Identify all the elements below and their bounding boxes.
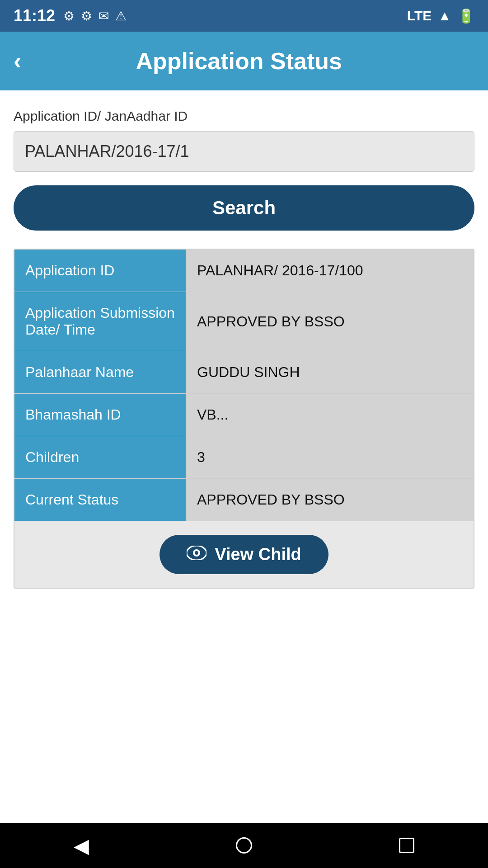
lte-label: LTE bbox=[407, 8, 432, 24]
row-label-current-status: Current Status bbox=[14, 479, 186, 521]
app-header: ‹ Application Status bbox=[0, 32, 488, 90]
recent-nav-button[interactable] bbox=[399, 838, 414, 853]
status-time: 11:12 bbox=[14, 6, 55, 25]
search-button[interactable]: Search bbox=[14, 185, 474, 231]
search-input[interactable] bbox=[14, 131, 474, 172]
back-button[interactable]: ‹ bbox=[14, 47, 21, 75]
status-icons: ⚙ ⚙ ✉ ⚠ bbox=[63, 9, 127, 24]
view-child-row: View Child bbox=[14, 521, 474, 588]
bottom-nav: ◀ bbox=[0, 823, 488, 868]
table-row: Bhamashah ID VB... bbox=[14, 394, 474, 436]
warning-icon: ⚠ bbox=[115, 9, 127, 24]
row-value-application-id: PALANHAR/ 2016-17/100 bbox=[186, 250, 474, 292]
home-nav-icon bbox=[236, 837, 252, 854]
view-child-label: View Child bbox=[215, 545, 301, 564]
table-row: Application ID PALANHAR/ 2016-17/100 bbox=[14, 250, 474, 292]
row-label-application-id: Application ID bbox=[14, 250, 186, 292]
status-bar-right: LTE ▲ 🔋 bbox=[407, 8, 474, 24]
row-label-bhamashah-id: Bhamashah ID bbox=[14, 394, 186, 436]
row-value-palanhaar-name: GUDDU SINGH bbox=[186, 351, 474, 393]
settings2-icon: ⚙ bbox=[81, 9, 92, 24]
table-row: Palanhaar Name GUDDU SINGH bbox=[14, 351, 474, 394]
row-label-submission-date: Application Submission Date/ Time bbox=[14, 292, 186, 351]
recent-nav-icon bbox=[399, 838, 414, 853]
page-title: Application Status bbox=[30, 47, 447, 75]
table-row: Children 3 bbox=[14, 436, 474, 479]
battery-icon: 🔋 bbox=[458, 8, 474, 24]
back-nav-icon: ◀ bbox=[74, 834, 89, 857]
row-value-children: 3 bbox=[186, 436, 474, 478]
settings-icon: ⚙ bbox=[63, 9, 75, 24]
row-value-bhamashah-id: VB... bbox=[186, 394, 474, 436]
row-value-current-status: APPROVED BY BSSO bbox=[186, 479, 474, 521]
back-nav-button[interactable]: ◀ bbox=[74, 834, 89, 857]
home-nav-button[interactable] bbox=[236, 837, 252, 854]
main-content: Application ID/ JanAadhar ID Search Appl… bbox=[0, 90, 488, 607]
svg-point-2 bbox=[195, 551, 198, 555]
table-row: Current Status APPROVED BY BSSO bbox=[14, 479, 474, 521]
input-label: Application ID/ JanAadhar ID bbox=[14, 108, 474, 124]
eye-icon bbox=[187, 545, 206, 564]
search-button-label: Search bbox=[212, 197, 276, 219]
row-label-palanhaar-name: Palanhaar Name bbox=[14, 351, 186, 393]
table-row: Application Submission Date/ Time APPROV… bbox=[14, 292, 474, 351]
view-child-button[interactable]: View Child bbox=[160, 535, 328, 574]
search-section: Application ID/ JanAadhar ID Search bbox=[14, 108, 474, 231]
signal-icon: ▲ bbox=[438, 8, 451, 24]
status-bar-left: 11:12 ⚙ ⚙ ✉ ⚠ bbox=[14, 6, 127, 25]
status-bar: 11:12 ⚙ ⚙ ✉ ⚠ LTE ▲ 🔋 bbox=[0, 0, 488, 32]
mail-icon: ✉ bbox=[99, 9, 109, 24]
row-value-submission-date: APPROVED BY BSSO bbox=[186, 292, 474, 351]
results-table: Application ID PALANHAR/ 2016-17/100 App… bbox=[14, 249, 474, 589]
row-label-children: Children bbox=[14, 436, 186, 478]
